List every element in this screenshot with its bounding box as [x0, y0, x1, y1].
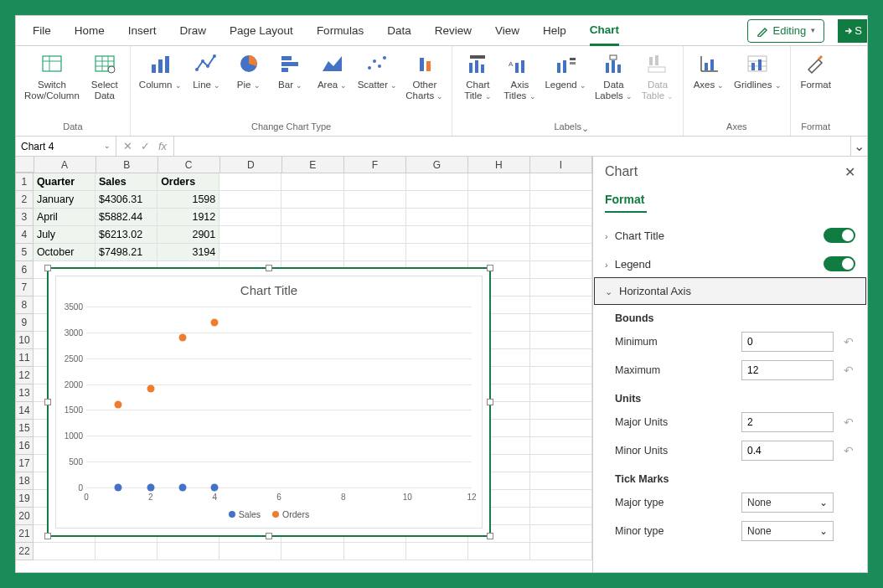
tab-home[interactable]: Home — [75, 16, 105, 46]
toggle-chart-title[interactable] — [824, 228, 855, 243]
data-point[interactable] — [147, 385, 154, 393]
confirm-icon[interactable]: ✓ — [141, 140, 150, 152]
tab-chart[interactable]: Chart — [590, 16, 619, 46]
cell[interactable] — [219, 173, 281, 191]
undo-icon[interactable]: ↶ — [842, 364, 855, 377]
chart-legend[interactable]: SalesOrders — [56, 509, 482, 519]
cell[interactable] — [468, 173, 530, 191]
cell[interactable] — [281, 209, 343, 226]
row-header[interactable]: 18 — [16, 472, 34, 490]
cancel-icon[interactable]: ✕ — [123, 140, 132, 152]
row-header[interactable]: 7 — [16, 279, 34, 297]
cell[interactable]: $7498.21 — [96, 244, 157, 261]
row-header[interactable]: 9 — [16, 314, 34, 332]
cell[interactable] — [344, 543, 406, 560]
select-all-corner[interactable] — [16, 157, 34, 173]
cell[interactable] — [344, 209, 406, 226]
expand-formula-bar[interactable]: ⌄ — [850, 137, 867, 156]
row-header[interactable]: 1 — [16, 173, 34, 191]
row-header[interactable]: 11 — [16, 349, 34, 367]
cell[interactable] — [281, 191, 343, 209]
line-chart-button[interactable]: Line ⌄ — [190, 51, 224, 90]
column-header[interactable]: H — [468, 157, 530, 173]
pane-tab-format[interactable]: Format — [593, 188, 867, 211]
resize-handle[interactable] — [44, 265, 51, 271]
cell[interactable]: January — [34, 191, 96, 209]
section-legend[interactable]: ›Legend — [593, 250, 867, 278]
data-point[interactable] — [147, 484, 154, 492]
cell[interactable] — [219, 226, 281, 244]
cell[interactable] — [406, 209, 468, 226]
row-header[interactable]: 5 — [16, 244, 34, 261]
cell[interactable] — [344, 173, 406, 191]
axis-titles-button[interactable]: AAxisTitles ⌄ — [503, 51, 536, 101]
column-header[interactable]: G — [406, 157, 468, 173]
cell[interactable] — [157, 543, 219, 560]
undo-icon[interactable]: ↶ — [842, 335, 855, 348]
cell[interactable]: 1598 — [157, 191, 219, 209]
row-header[interactable]: 21 — [16, 525, 34, 543]
undo-icon[interactable]: ↶ — [842, 444, 855, 457]
section-horizontal-axis[interactable]: ⌄Horizontal Axis — [595, 278, 865, 304]
legend-item[interactable]: Sales — [229, 509, 261, 519]
select-data-button[interactable]: SelectData — [88, 51, 121, 101]
cell[interactable]: $5882.44 — [96, 209, 157, 226]
row-header[interactable]: 17 — [16, 455, 34, 472]
maximum-input[interactable] — [741, 360, 834, 380]
resize-handle[interactable] — [44, 399, 51, 405]
legend-button[interactable]: Legend ⌄ — [545, 51, 586, 90]
formula-input[interactable] — [174, 137, 850, 156]
data-point[interactable] — [179, 484, 187, 492]
column-header[interactable]: F — [344, 157, 406, 173]
cell[interactable]: $4306.31 — [96, 191, 157, 209]
cell[interactable]: $6213.02 — [96, 226, 157, 244]
chart-title-button[interactable]: ChartTitle ⌄ — [461, 51, 494, 101]
cell[interactable] — [281, 543, 343, 560]
column-chart-button[interactable]: Column ⌄ — [139, 51, 182, 90]
other-charts-button[interactable]: OtherCharts ⌄ — [405, 51, 443, 101]
resize-handle[interactable] — [266, 265, 272, 271]
format-button[interactable]: Format — [799, 51, 833, 90]
cell[interactable] — [219, 209, 281, 226]
column-header[interactable]: D — [220, 157, 282, 173]
cell[interactable] — [344, 191, 406, 209]
row-header[interactable]: 22 — [16, 543, 34, 560]
editing-mode-button[interactable]: Editing ▾ — [747, 19, 825, 43]
row-header[interactable]: 13 — [16, 384, 34, 402]
cell[interactable] — [468, 543, 530, 560]
minor-units-input[interactable] — [741, 441, 834, 461]
tab-insert[interactable]: Insert — [128, 16, 157, 46]
scatter-chart-button[interactable]: Scatter ⌄ — [358, 51, 398, 90]
row-header[interactable]: 14 — [16, 402, 34, 420]
cell[interactable] — [406, 543, 468, 560]
column-header[interactable]: A — [34, 157, 96, 173]
tab-page-layout[interactable]: Page Layout — [230, 16, 293, 46]
data-labels-button[interactable]: DataLabels ⌄ — [595, 51, 633, 101]
cell[interactable] — [406, 226, 468, 244]
gridlines-button[interactable]: Gridlines ⌄ — [734, 51, 782, 90]
column-header[interactable]: C — [158, 157, 220, 173]
cell[interactable] — [219, 191, 281, 209]
column-header[interactable]: E — [282, 157, 344, 173]
cell[interactable] — [344, 226, 406, 244]
row-header[interactable]: 2 — [16, 191, 34, 209]
row-header[interactable]: 20 — [16, 508, 34, 525]
undo-icon[interactable]: ↶ — [842, 415, 855, 429]
cell[interactable]: Quarter — [34, 173, 96, 191]
share-button[interactable]: S — [838, 19, 867, 43]
section-chart-title[interactable]: ›Chart Title — [593, 221, 867, 250]
cell[interactable]: Orders — [157, 173, 219, 191]
cell[interactable] — [281, 244, 343, 261]
bar-chart-button[interactable]: Bar ⌄ — [274, 51, 307, 90]
cell[interactable] — [468, 244, 530, 261]
collapse-ribbon-icon[interactable]: ⌄ — [581, 123, 589, 570]
tab-file[interactable]: File — [33, 16, 51, 46]
cell[interactable]: 3194 — [157, 244, 219, 261]
cell[interactable] — [406, 244, 468, 261]
row-header[interactable]: 3 — [16, 209, 34, 226]
cell[interactable] — [34, 543, 96, 560]
worksheet-grid[interactable]: ABCDEFGHI 1QuarterSalesOrders2January$43… — [16, 157, 592, 572]
data-point[interactable] — [211, 484, 219, 492]
row-header[interactable]: 12 — [16, 367, 34, 384]
minimum-input[interactable] — [741, 332, 834, 352]
